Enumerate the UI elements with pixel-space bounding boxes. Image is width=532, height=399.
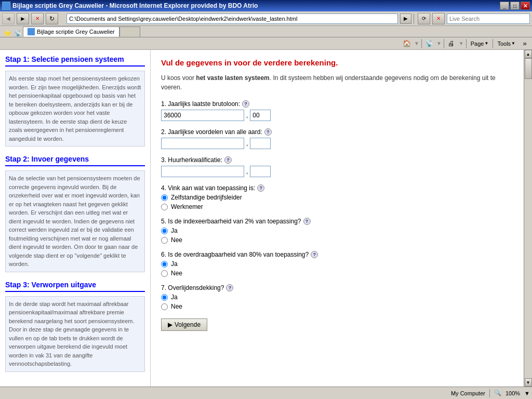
field6-radio2[interactable]: [161, 270, 168, 277]
field3-input[interactable]: [161, 166, 244, 177]
tab-icon: [28, 28, 35, 35]
scrollbar-up-button[interactable]: ▲: [525, 50, 532, 58]
field3-help-icon[interactable]: ?: [224, 156, 232, 164]
field6-label1: Ja: [171, 260, 178, 268]
field6-radio1[interactable]: [161, 261, 168, 268]
search-input[interactable]: [447, 14, 530, 24]
icon-sep2: ▼: [436, 41, 442, 46]
tab-blank[interactable]: [119, 26, 140, 37]
window-titlebar: Bijlage scriptie Grey Cauwelier - Micros…: [0, 0, 532, 11]
favorites-button[interactable]: ⭐: [2, 30, 12, 37]
close-button[interactable]: ✕: [521, 2, 530, 10]
field7-radio2[interactable]: [161, 303, 168, 310]
field1-label: 1. Jaarlijks laatste brutoloon: ?: [161, 100, 513, 108]
page-dropdown[interactable]: Page ▼: [469, 39, 491, 48]
field1-inputs: ,: [161, 110, 513, 121]
field7-section: 7. Overlijdensdekking? ? Ja Nee: [161, 284, 513, 310]
home-icon[interactable]: 🏠: [402, 38, 412, 49]
tools-dropdown[interactable]: Tools ▼: [495, 39, 517, 48]
minimize-button[interactable]: _: [500, 2, 509, 10]
field4-label2: Werknemer: [171, 203, 203, 210]
computer-label: My Computer: [451, 390, 485, 396]
maximize-button[interactable]: □: [510, 2, 520, 10]
field4-section: 4. Vink aan wat van toepassing is: ? Zel…: [161, 184, 513, 210]
field2-help-icon[interactable]: ?: [264, 128, 272, 136]
back-button[interactable]: ◄: [2, 13, 15, 24]
zoom-caret: ▼: [524, 390, 530, 396]
icon-sep1: ▼: [414, 41, 419, 46]
content-scrollbar[interactable]: ▲ ▼: [524, 50, 532, 387]
field4-radio-group: Zelfstandige bedrijfsleider Werknemer: [161, 194, 513, 210]
field5-option2: Nee: [161, 236, 513, 244]
intro-text: U koos voor het vaste lasten systeem. In…: [161, 73, 513, 92]
step1-content: Als eerste stap moet het pensioensysteem…: [5, 71, 145, 147]
field6-help-icon[interactable]: ?: [311, 251, 318, 258]
refresh-live-button[interactable]: ⟳: [418, 13, 430, 24]
field4-label: 4. Vink aan wat van toepassing is: ?: [161, 184, 513, 192]
zoom-level: 100%: [506, 390, 520, 396]
field7-help-icon[interactable]: ?: [226, 284, 233, 291]
divider3: [466, 39, 467, 48]
page-title: Vul de gegevens in voor de verdere berek…: [161, 58, 513, 67]
tab-bar: ⭐ 📡 Bijlage scriptie Grey Cauwelier: [0, 26, 532, 37]
field3-cents-input[interactable]: [250, 166, 271, 177]
field6-label: 6. Is de overdraagbaarheid van 80% van t…: [161, 251, 513, 258]
field6-label2: Nee: [171, 270, 182, 277]
field2-inputs: ,: [161, 138, 513, 149]
step3-content: In de derde stap wordt het maximaal aftr…: [5, 296, 145, 372]
forward-button[interactable]: ►: [17, 13, 29, 24]
next-arrow-icon: ▶: [168, 321, 172, 328]
rss-icon[interactable]: 📡: [424, 38, 434, 49]
field5-radio1[interactable]: [161, 228, 168, 234]
field4-option1: Zelfstandige bedrijfsleider: [161, 194, 513, 201]
field1-input[interactable]: [161, 110, 244, 121]
icon-sep3: ▼: [459, 41, 464, 46]
refresh-button[interactable]: ↻: [46, 13, 58, 24]
ie-icons-row: 🏠 ▼ 📡 ▼ 🖨 ▼ Page ▼ Tools ▼ »: [0, 37, 532, 50]
window-title: Bijlage scriptie Grey Cauwelier - Micros…: [12, 2, 258, 9]
more-icon[interactable]: »: [520, 38, 530, 49]
field2-label: 2. Jaarlijkse voordelen van alle aard: ?: [161, 128, 513, 136]
tools-caret: ▼: [511, 41, 515, 46]
go-button[interactable]: ▶: [400, 14, 411, 24]
step2-title: Stap 2: Invoer gegevens: [5, 155, 145, 166]
field2-cents-input[interactable]: [250, 138, 271, 149]
field6-radio-group: Ja Nee: [161, 260, 513, 277]
feeds-sidebar-button[interactable]: 📡: [12, 30, 23, 37]
field5-radio-group: Ja Nee: [161, 227, 513, 244]
field2-input[interactable]: [161, 138, 244, 149]
scrollbar-thumb[interactable]: [525, 58, 532, 79]
stop-button[interactable]: ✕: [31, 13, 44, 24]
field7-option1: Ja: [161, 294, 513, 301]
print-icon[interactable]: 🖨: [446, 38, 457, 49]
stop-live-button[interactable]: ✕: [432, 13, 445, 24]
field4-help-icon[interactable]: ?: [257, 184, 264, 192]
field3-section: 3. Huurherkwalificatie: ? ,: [161, 156, 513, 177]
field1-cents-input[interactable]: [250, 110, 271, 121]
field7-label: 7. Overlijdensdekking? ?: [161, 284, 513, 291]
field5-radio2[interactable]: [161, 237, 168, 244]
field1-section: 1. Jaarlijks laatste brutoloon: ? ,: [161, 100, 513, 121]
field1-help-icon[interactable]: ?: [242, 100, 249, 108]
field7-label1: Ja: [171, 294, 178, 301]
field7-option2: Nee: [161, 303, 513, 310]
field2-separator: ,: [246, 140, 248, 147]
main-container: Stap 1: Selectie pensioen systeem Als ee…: [0, 50, 532, 387]
field5-option1: Ja: [161, 227, 513, 234]
field3-inputs: ,: [161, 166, 513, 177]
tab-bijlage[interactable]: Bijlage scriptie Grey Cauwelier: [23, 26, 119, 37]
sidebar: Stap 1: Selectie pensioen systeem Als ee…: [0, 50, 151, 387]
field7-radio1[interactable]: [161, 294, 168, 301]
divider1: [421, 39, 422, 48]
address-bar[interactable]: [66, 14, 398, 24]
field5-section: 5. Is de indexeerbaarheid van 2% van toe…: [161, 218, 513, 244]
volgende-button[interactable]: ▶ Volgende: [161, 318, 207, 331]
field7-radio-group: Ja Nee: [161, 294, 513, 310]
content-area: Vul de gegevens in voor de verdere berek…: [151, 50, 524, 387]
field4-radio2[interactable]: [161, 204, 168, 210]
scrollbar-track[interactable]: [524, 58, 532, 378]
field4-radio1[interactable]: [161, 194, 168, 201]
divider2: [444, 39, 444, 48]
scrollbar-down-button[interactable]: ▼: [525, 378, 532, 387]
field5-help-icon[interactable]: ?: [303, 218, 311, 225]
